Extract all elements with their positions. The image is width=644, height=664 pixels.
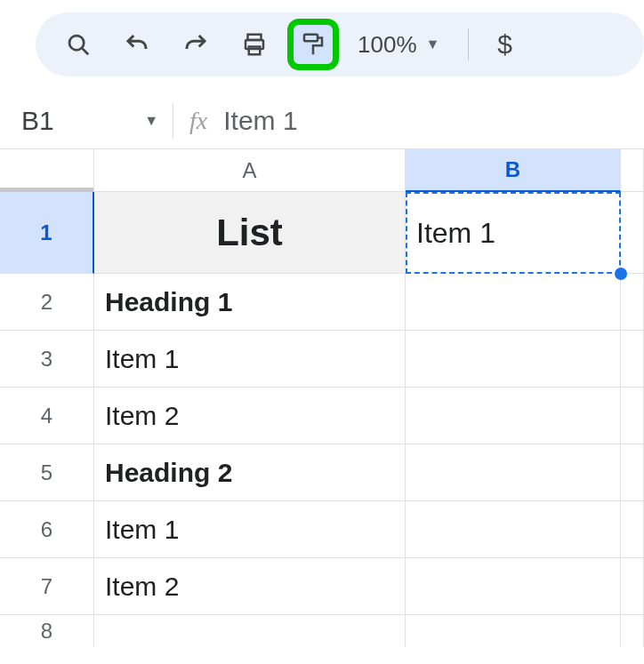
select-all-corner[interactable]	[0, 149, 94, 192]
row-header-7[interactable]: 7	[0, 558, 94, 615]
column-header-b[interactable]: B	[406, 149, 621, 192]
row-header-1[interactable]: 1	[0, 192, 94, 274]
cell-c6[interactable]	[621, 501, 644, 558]
cell-c3[interactable]	[621, 331, 644, 388]
row-header-6[interactable]: 6	[0, 501, 94, 558]
redo-icon[interactable]	[174, 23, 217, 66]
cell-b1-value: Item 1	[416, 217, 495, 250]
cell-b1[interactable]: Item 1	[406, 192, 621, 274]
currency-label: $	[497, 29, 512, 59]
cell-a6[interactable]: Item 1	[94, 501, 406, 558]
row-header-8[interactable]: 8	[0, 615, 94, 647]
cell-a4[interactable]: Item 2	[94, 388, 406, 444]
undo-icon[interactable]	[116, 23, 158, 66]
spreadsheet-grid: A B 1 List Item 1 2 Heading 1 3 Item 1 4…	[0, 149, 644, 647]
column-header-a[interactable]: A	[94, 149, 406, 192]
cell-b7[interactable]	[406, 558, 621, 615]
cell-b6[interactable]	[406, 501, 621, 558]
cell-c4[interactable]	[621, 388, 644, 444]
cell-a8[interactable]	[94, 615, 406, 647]
selection-handle[interactable]	[615, 268, 627, 280]
cell-a7[interactable]: Item 2	[94, 558, 406, 615]
row-header-5[interactable]: 5	[0, 444, 94, 501]
svg-point-0	[69, 36, 84, 50]
formula-input[interactable]: Item 1	[223, 106, 297, 136]
cell-c7[interactable]	[621, 558, 644, 615]
cell-a1[interactable]: List	[94, 192, 406, 274]
fx-icon[interactable]: fx	[189, 107, 207, 135]
cell-b5[interactable]	[406, 444, 621, 501]
name-box-value: B1	[21, 106, 54, 136]
zoom-label: 100%	[358, 31, 417, 59]
search-icon[interactable]	[57, 23, 100, 66]
column-header-c[interactable]	[621, 149, 644, 192]
name-box[interactable]: B1 ▼	[21, 106, 173, 136]
svg-line-1	[82, 48, 88, 54]
svg-rect-5	[304, 35, 318, 42]
cell-c8[interactable]	[621, 615, 644, 647]
divider	[173, 103, 173, 139]
print-icon[interactable]	[233, 23, 276, 66]
cell-a3[interactable]: Item 1	[94, 331, 406, 388]
cell-a2[interactable]: Heading 1	[94, 274, 406, 331]
cell-b2[interactable]	[406, 274, 621, 331]
cell-b8[interactable]	[406, 615, 621, 647]
cell-a5[interactable]: Heading 2	[94, 444, 406, 501]
currency-format-button[interactable]: $	[490, 29, 519, 60]
cell-c1[interactable]	[621, 192, 644, 274]
toolbar-container: 100% ▼ $	[0, 0, 644, 92]
toolbar-divider	[468, 28, 469, 60]
row-header-2[interactable]: 2	[0, 274, 94, 331]
paint-format-icon[interactable]	[292, 23, 334, 66]
zoom-dropdown[interactable]: 100% ▼	[350, 31, 447, 59]
formula-bar: B1 ▼ fx Item 1	[0, 92, 644, 149]
row-header-4[interactable]: 4	[0, 388, 94, 444]
cell-c5[interactable]	[621, 444, 644, 501]
row-header-3[interactable]: 3	[0, 331, 94, 388]
chevron-down-icon: ▼	[144, 113, 158, 129]
cell-b3[interactable]	[406, 331, 621, 388]
chevron-down-icon: ▼	[426, 36, 440, 52]
toolbar: 100% ▼ $	[36, 12, 644, 76]
cell-c2[interactable]	[621, 274, 644, 331]
cell-b4[interactable]	[406, 388, 621, 444]
